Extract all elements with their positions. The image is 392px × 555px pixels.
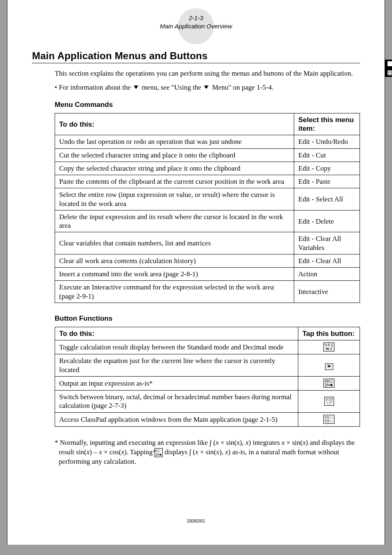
calculator-side-icon — [385, 60, 392, 77]
table-row: Access ClassPad application windows from… — [55, 412, 360, 426]
button-functions-label: Button Functions — [55, 314, 360, 323]
menu-action-desc: Paste the contents of the clipboard at t… — [55, 175, 294, 188]
menu-action-desc: Delete the input expression and its resu… — [55, 210, 294, 232]
recalc-icon[interactable]: ↕▶ — [325, 363, 333, 370]
table-header: To do this: — [55, 113, 294, 135]
table-row: Execute an Interactive command for the e… — [55, 281, 360, 303]
button-action-desc: Switch between binary, octal, decimal or… — [55, 391, 298, 413]
menu-item: Edit - Clear All Variables — [294, 232, 360, 254]
main-heading: Main Application Menus and Buttons — [32, 50, 360, 63]
asis-icon[interactable]: ∫dx▢ ∫dx◆ — [154, 448, 163, 457]
menu-item: Edit - Select All — [294, 188, 360, 210]
table-row: Cut the selected character string and pl… — [55, 148, 360, 162]
table-row: Switch between binary, octal, decimal or… — [55, 391, 360, 413]
bullet-pre: For information about the — [59, 83, 132, 91]
table-header: Tap this button: — [298, 327, 360, 340]
button-action-desc: Recalculate the equation just for the cu… — [55, 354, 298, 377]
button-cell: 0.5 1 ⇆ 2 — [298, 340, 360, 354]
bullet-post: Menu" on page 1-5-4. — [210, 83, 274, 91]
bullet-mid: menu, see "Using the — [140, 83, 203, 91]
asis-icon[interactable]: ∫dx▢ ∫dx◆ — [323, 379, 334, 388]
page: 2-1-3 Main Application Overview Main App… — [7, 0, 385, 545]
v-menu-icon — [133, 86, 140, 90]
page-number: 2-1-3 — [32, 14, 360, 21]
section-title: Main Application Overview — [32, 23, 360, 30]
table-row: Clear all work area contents (calculatio… — [55, 254, 360, 267]
menu-item: Action — [294, 268, 360, 281]
menu-action-desc: Copy the selected character string and p… — [55, 162, 294, 175]
standard-decimal-icon[interactable]: 0.5 1 ⇆ 2 — [323, 342, 334, 352]
menu-item: Edit - Paste — [294, 175, 360, 188]
table-row: Select the entire row (input expression … — [55, 188, 360, 210]
table-row: Undo the last operation or redo an opera… — [55, 135, 360, 148]
menu-item: Edit - Delete — [294, 210, 360, 232]
menu-item: Edit - Cut — [294, 148, 360, 162]
menu-action-desc: Insert a command into the work area (pag… — [55, 268, 294, 281]
intro-text: This section explains the operations you… — [55, 69, 360, 79]
header: 2-1-3 Main Application Overview — [32, 14, 360, 30]
table-row: Toggle calculation result display betwee… — [55, 340, 360, 354]
table-row: Delete the input expression and its resu… — [55, 210, 360, 232]
menu-item: Edit - Undo/Redo — [294, 135, 360, 148]
button-cell: ∫dx▢ ∫dx◆ — [298, 376, 360, 390]
table-header: To do this: — [55, 327, 298, 340]
table-row: Output an input expression as-is* ∫dx▢ ∫… — [55, 376, 360, 390]
table-row: Recalculate the equation just for the cu… — [55, 354, 360, 377]
table-row: Clear variables that contain numbers, li… — [55, 232, 360, 254]
menu-action-desc: Undo the last operation or redo an opera… — [55, 135, 294, 148]
button-functions-table: To do this: Tap this button: Toggle calc… — [55, 327, 360, 427]
table-row: Paste the contents of the clipboard at t… — [55, 175, 360, 188]
menu-item: Interactive — [294, 281, 360, 303]
menu-item: Edit - Clear All — [294, 254, 360, 267]
table-header: Select this menu item: — [294, 113, 360, 135]
bullet-text: For information about the menu, see "Usi… — [55, 83, 360, 92]
v-menu-icon — [203, 86, 210, 90]
menu-action-desc: Execute an Interactive command for the e… — [55, 281, 294, 303]
footnote: * Normally, inputting and executing an e… — [55, 438, 360, 467]
button-action-desc: Toggle calculation result display betwee… — [55, 340, 298, 354]
menu-action-desc: Select the entire row (input expression … — [55, 188, 294, 210]
menu-action-desc: Clear variables that contain numbers, li… — [55, 232, 294, 254]
button-cell: 𝙱𝙸𝙽 𝟽↗ — [298, 391, 360, 413]
menu-commands-table: To do this: Select this menu item: Undo … — [55, 113, 360, 303]
table-row: Insert a command into the work area (pag… — [55, 268, 360, 281]
menu-item: Edit - Copy — [294, 162, 360, 175]
menu-commands-label: Menu Commands — [55, 101, 360, 109]
menu-action-desc: Clear all work area contents (calculatio… — [55, 254, 294, 267]
base-icon[interactable]: 𝙱𝙸𝙽 𝟽↗ — [324, 397, 334, 406]
table-row: Copy the selected character string and p… — [55, 162, 360, 175]
button-action-desc: Access ClassPad application windows from… — [55, 412, 298, 426]
button-action-desc: Output an input expression as-is* — [55, 376, 298, 390]
y1y2-icon[interactable]: Y1:··· Y2:··· — [323, 415, 334, 424]
button-cell: ↕▶ — [298, 354, 360, 377]
footer-date-code: 20060301 — [7, 519, 385, 523]
menu-action-desc: Cut the selected character string and pl… — [55, 148, 294, 162]
button-cell: Y1:··· Y2:··· — [298, 412, 360, 426]
